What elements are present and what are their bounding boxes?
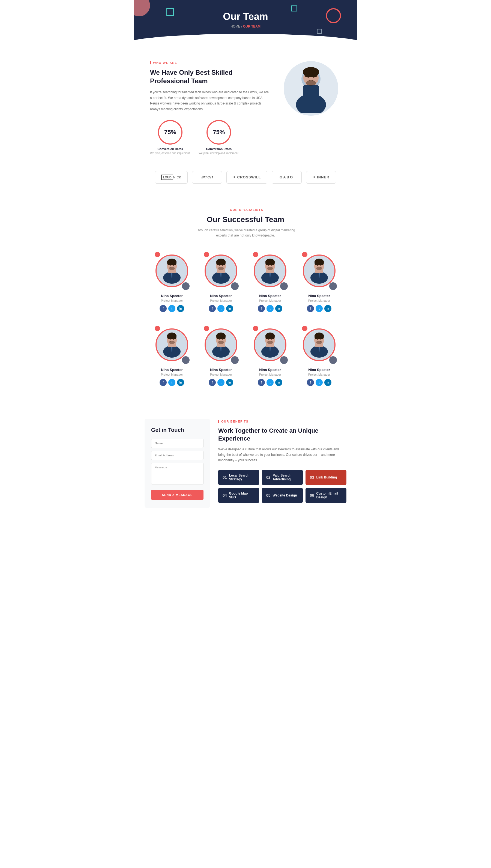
benefit-number: 05 — [266, 493, 270, 497]
linkedin-icon[interactable]: in — [324, 379, 331, 386]
team-member-role: Project Manager — [251, 299, 289, 302]
team-person-svg — [304, 330, 334, 360]
breadcrumb-current: OUR TEAM — [243, 25, 260, 28]
facebook-icon[interactable]: f — [307, 379, 314, 386]
deco-dot-navy — [231, 282, 239, 290]
team-person-svg — [206, 330, 236, 360]
team-socials: f t in — [153, 305, 191, 312]
stat-item-2: 75% Conversion Rates We plan, develop an… — [199, 120, 239, 155]
who-we-are-description: If you're searching for talented tech mi… — [150, 89, 270, 112]
svg-point-20 — [169, 267, 175, 270]
facebook-icon[interactable]: f — [209, 305, 216, 312]
team-socials: f t in — [251, 379, 289, 386]
team-avatar-circle — [303, 328, 336, 361]
svg-point-17 — [173, 261, 176, 265]
stat1-desc: We plan, develop and implement. — [150, 152, 191, 155]
facebook-icon[interactable]: f — [258, 305, 265, 312]
linkedin-icon[interactable]: in — [324, 305, 331, 312]
twitter-icon[interactable]: t — [266, 379, 273, 386]
send-message-button[interactable]: SEND A MESSAGE — [151, 490, 203, 500]
svg-point-10 — [306, 80, 316, 86]
benefit-label: Custom Email Design — [316, 492, 342, 499]
twitter-icon[interactable]: t — [168, 305, 175, 312]
facebook-icon[interactable]: f — [258, 379, 265, 386]
twitter-icon[interactable]: t — [316, 379, 323, 386]
team-card: Nina Specter Project Manager f t in — [150, 323, 194, 389]
svg-point-59 — [316, 267, 322, 270]
team-member-role: Project Manager — [202, 299, 240, 302]
message-input[interactable] — [151, 463, 203, 485]
team-member-name: Nina Specter — [202, 294, 240, 298]
partner-pitch: 𝒫ITCH — [192, 171, 222, 183]
svg-point-19 — [173, 265, 174, 266]
facebook-icon[interactable]: f — [160, 379, 167, 386]
team-card: Nina Specter Project Manager f t in — [297, 323, 341, 389]
wave-bottom — [134, 34, 357, 45]
svg-point-109 — [317, 339, 318, 340]
facebook-icon[interactable]: f — [209, 379, 216, 386]
svg-point-8 — [304, 69, 310, 77]
partner-loudnick-label: LOUDNICK — [161, 175, 181, 179]
deco-dot-navy — [182, 282, 190, 290]
team-member-name: Nina Specter — [300, 368, 338, 372]
facebook-icon[interactable]: f — [307, 305, 314, 312]
benefit-card[interactable]: 02 Paid Search Advertising — [262, 470, 303, 485]
deco-dot-pink — [253, 252, 258, 257]
linkedin-icon[interactable]: in — [275, 305, 282, 312]
team-member-name: Nina Specter — [153, 368, 191, 372]
benefit-card[interactable]: 01 Local Search Strategy — [218, 470, 259, 485]
stat-item-1: 75% Conversion Rates We plan, develop an… — [150, 120, 191, 155]
linkedin-icon[interactable]: in — [177, 305, 184, 312]
deco-dot-pink — [302, 252, 308, 257]
twitter-icon[interactable]: t — [218, 305, 225, 312]
svg-point-31 — [219, 265, 220, 266]
team-card: Nina Specter Project Manager f t in — [248, 249, 292, 315]
breadcrumb-home[interactable]: HOME — [231, 25, 240, 28]
benefit-number: 02 — [266, 475, 270, 480]
benefits-tag: OUR BENEFITS — [218, 420, 249, 423]
partner-crosswill-label: ✦ CROSSWILL — [233, 175, 261, 179]
svg-point-111 — [316, 341, 322, 344]
benefit-number: 01 — [223, 475, 227, 480]
stat2-circle: 75% — [206, 120, 231, 145]
linkedin-icon[interactable]: in — [226, 379, 233, 386]
team-person-svg — [206, 256, 236, 286]
svg-point-30 — [222, 261, 226, 265]
linkedin-icon[interactable]: in — [275, 379, 282, 386]
team-grid-row2: Nina Specter Project Manager f t in — [150, 323, 341, 389]
team-card: Nina Specter Project Manager f t in — [150, 249, 194, 315]
who-we-are-image — [281, 61, 341, 116]
team-socials: f t in — [202, 305, 240, 312]
specialists-tag: OUR SPECIALISTS — [150, 208, 341, 211]
svg-point-18 — [170, 265, 171, 266]
facebook-icon[interactable]: f — [160, 305, 167, 312]
deco-dot-navy — [280, 356, 288, 364]
linkedin-icon[interactable]: in — [226, 305, 233, 312]
team-member-name: Nina Specter — [300, 294, 338, 298]
benefit-label: Website Design — [273, 493, 297, 497]
twitter-icon[interactable]: t — [168, 379, 175, 386]
partner-gabo: GABO — [272, 171, 302, 183]
benefit-card[interactable]: 03 Link Building — [306, 470, 346, 485]
name-input[interactable] — [151, 439, 203, 448]
who-we-are-section: WHO WE ARE We Have Only Best Skilled Pro… — [134, 45, 357, 166]
deco-dot-navy — [329, 282, 337, 290]
svg-point-45 — [271, 265, 272, 266]
twitter-icon[interactable]: t — [316, 305, 323, 312]
breadcrumb-sep: / — [241, 25, 242, 28]
benefit-card[interactable]: 06 Custom Email Design — [306, 488, 346, 503]
linkedin-icon[interactable]: in — [177, 379, 184, 386]
email-input[interactable] — [151, 451, 203, 460]
twitter-icon[interactable]: t — [266, 305, 273, 312]
benefit-number: 03 — [310, 475, 314, 480]
specialists-description: Through careful selection, we've curated… — [194, 228, 297, 238]
twitter-icon[interactable]: t — [218, 379, 225, 386]
breadcrumb: HOME / OUR TEAM — [139, 25, 352, 28]
team-avatar-wrap — [252, 326, 288, 364]
svg-point-56 — [320, 261, 324, 265]
team-avatar-circle — [254, 255, 286, 287]
team-member-role: Project Manager — [300, 373, 338, 376]
benefit-card[interactable]: 05 Website Design — [262, 488, 303, 503]
deco-dot-navy — [329, 356, 337, 364]
benefit-card[interactable]: 04 Google Map SEO — [218, 488, 259, 503]
